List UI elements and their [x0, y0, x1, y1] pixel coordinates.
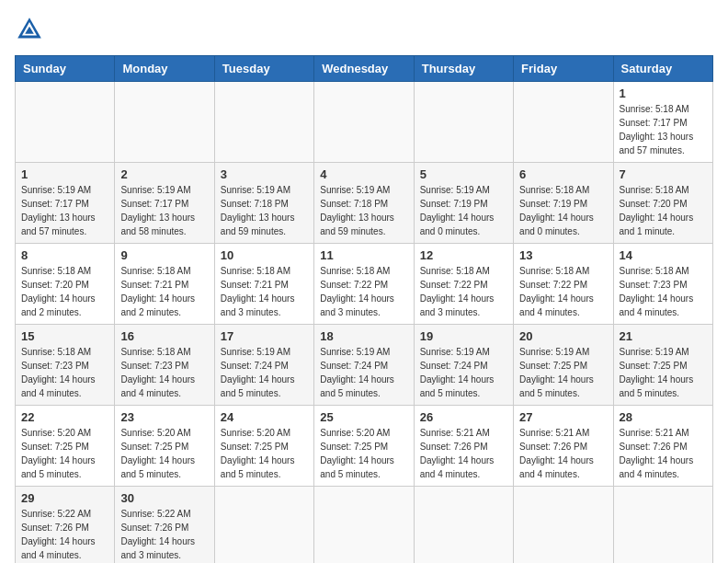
- day-info: Sunrise: 5:19 AM Sunset: 7:24 PM Dayligh…: [420, 345, 507, 400]
- calendar-week-row: 22Sunrise: 5:20 AM Sunset: 7:25 PM Dayli…: [16, 406, 713, 487]
- day-info: Sunrise: 5:21 AM Sunset: 7:26 PM Dayligh…: [420, 426, 507, 481]
- calendar-cell: [115, 82, 214, 163]
- day-info: Sunrise: 5:18 AM Sunset: 7:19 PM Dayligh…: [519, 183, 607, 238]
- calendar-cell: 1Sunrise: 5:19 AM Sunset: 7:17 PM Daylig…: [16, 163, 115, 244]
- calendar-cell: 14Sunrise: 5:18 AM Sunset: 7:23 PM Dayli…: [613, 244, 712, 325]
- calendar-week-row: 29Sunrise: 5:22 AM Sunset: 7:26 PM Dayli…: [16, 487, 713, 564]
- calendar-header-row: SundayMondayTuesdayWednesdayThursdayFrid…: [16, 56, 713, 82]
- calendar-cell: [514, 487, 613, 564]
- calendar-cell: 3Sunrise: 5:19 AM Sunset: 7:18 PM Daylig…: [214, 163, 313, 244]
- day-number: 1: [620, 86, 707, 100]
- day-info: Sunrise: 5:19 AM Sunset: 7:18 PM Dayligh…: [221, 183, 308, 238]
- day-info: Sunrise: 5:18 AM Sunset: 7:23 PM Dayligh…: [21, 345, 108, 400]
- calendar-cell: 29Sunrise: 5:22 AM Sunset: 7:26 PM Dayli…: [16, 487, 115, 564]
- day-number: 2: [120, 167, 208, 181]
- calendar-cell: [414, 487, 513, 564]
- calendar-cell: [214, 82, 313, 163]
- calendar-cell: 11Sunrise: 5:18 AM Sunset: 7:22 PM Dayli…: [314, 244, 414, 325]
- day-number: 18: [320, 329, 407, 343]
- day-info: Sunrise: 5:20 AM Sunset: 7:25 PM Dayligh…: [21, 426, 108, 481]
- day-info: Sunrise: 5:20 AM Sunset: 7:25 PM Dayligh…: [221, 426, 308, 481]
- calendar-cell: 26Sunrise: 5:21 AM Sunset: 7:26 PM Dayli…: [414, 406, 513, 487]
- day-of-week-header: Monday: [115, 56, 214, 82]
- day-number: 6: [519, 167, 607, 181]
- day-number: 28: [620, 410, 707, 424]
- calendar-week-row: 8Sunrise: 5:18 AM Sunset: 7:20 PM Daylig…: [16, 244, 713, 325]
- day-number: 24: [221, 410, 308, 424]
- day-info: Sunrise: 5:18 AM Sunset: 7:22 PM Dayligh…: [519, 264, 607, 319]
- calendar-cell: 12Sunrise: 5:18 AM Sunset: 7:22 PM Dayli…: [414, 244, 513, 325]
- logo-icon: [15, 15, 44, 44]
- day-info: Sunrise: 5:18 AM Sunset: 7:22 PM Dayligh…: [420, 264, 507, 319]
- day-number: 13: [519, 248, 607, 262]
- day-info: Sunrise: 5:21 AM Sunset: 7:26 PM Dayligh…: [519, 426, 607, 481]
- day-number: 1: [21, 167, 108, 181]
- day-info: Sunrise: 5:20 AM Sunset: 7:25 PM Dayligh…: [320, 426, 407, 481]
- day-info: Sunrise: 5:22 AM Sunset: 7:26 PM Dayligh…: [21, 507, 108, 562]
- day-number: 22: [21, 410, 108, 424]
- calendar-cell: 10Sunrise: 5:18 AM Sunset: 7:21 PM Dayli…: [214, 244, 313, 325]
- day-number: 17: [221, 329, 308, 343]
- day-number: 27: [519, 410, 607, 424]
- day-number: 25: [320, 410, 407, 424]
- day-number: 14: [620, 248, 707, 262]
- calendar-cell: 16Sunrise: 5:18 AM Sunset: 7:23 PM Dayli…: [115, 325, 214, 406]
- day-info: Sunrise: 5:21 AM Sunset: 7:26 PM Dayligh…: [620, 426, 707, 481]
- day-number: 16: [120, 329, 208, 343]
- calendar-cell: 4Sunrise: 5:19 AM Sunset: 7:18 PM Daylig…: [314, 163, 414, 244]
- calendar-cell: 8Sunrise: 5:18 AM Sunset: 7:20 PM Daylig…: [16, 244, 115, 325]
- calendar-cell: 25Sunrise: 5:20 AM Sunset: 7:25 PM Dayli…: [314, 406, 414, 487]
- calendar-week-row: 1Sunrise: 5:19 AM Sunset: 7:17 PM Daylig…: [16, 163, 713, 244]
- calendar-cell: [214, 487, 313, 564]
- day-number: 3: [221, 167, 308, 181]
- calendar-cell: 13Sunrise: 5:18 AM Sunset: 7:22 PM Dayli…: [514, 244, 613, 325]
- day-info: Sunrise: 5:19 AM Sunset: 7:17 PM Dayligh…: [120, 183, 208, 238]
- calendar-cell: 15Sunrise: 5:18 AM Sunset: 7:23 PM Dayli…: [16, 325, 115, 406]
- day-of-week-header: Friday: [514, 56, 613, 82]
- day-number: 20: [519, 329, 607, 343]
- day-number: 19: [420, 329, 507, 343]
- day-of-week-header: Sunday: [16, 56, 115, 82]
- day-info: Sunrise: 5:18 AM Sunset: 7:17 PM Dayligh…: [620, 102, 707, 157]
- day-number: 29: [21, 491, 108, 505]
- day-number: 21: [620, 329, 707, 343]
- day-of-week-header: Tuesday: [214, 56, 313, 82]
- day-info: Sunrise: 5:19 AM Sunset: 7:19 PM Dayligh…: [420, 183, 507, 238]
- day-info: Sunrise: 5:18 AM Sunset: 7:22 PM Dayligh…: [320, 264, 407, 319]
- calendar-cell: 2Sunrise: 5:19 AM Sunset: 7:17 PM Daylig…: [115, 163, 214, 244]
- calendar-week-row: 1Sunrise: 5:18 AM Sunset: 7:17 PM Daylig…: [16, 82, 713, 163]
- calendar-cell: 7Sunrise: 5:18 AM Sunset: 7:20 PM Daylig…: [613, 163, 712, 244]
- calendar-cell: 30Sunrise: 5:22 AM Sunset: 7:26 PM Dayli…: [115, 487, 214, 564]
- day-info: Sunrise: 5:19 AM Sunset: 7:24 PM Dayligh…: [221, 345, 308, 400]
- calendar-cell: 6Sunrise: 5:18 AM Sunset: 7:19 PM Daylig…: [514, 163, 613, 244]
- calendar-cell: 24Sunrise: 5:20 AM Sunset: 7:25 PM Dayli…: [214, 406, 313, 487]
- calendar-cell: 17Sunrise: 5:19 AM Sunset: 7:24 PM Dayli…: [214, 325, 313, 406]
- calendar-cell: 28Sunrise: 5:21 AM Sunset: 7:26 PM Dayli…: [613, 406, 712, 487]
- day-info: Sunrise: 5:19 AM Sunset: 7:25 PM Dayligh…: [620, 345, 707, 400]
- day-info: Sunrise: 5:18 AM Sunset: 7:20 PM Dayligh…: [620, 183, 707, 238]
- calendar-cell: 18Sunrise: 5:19 AM Sunset: 7:24 PM Dayli…: [314, 325, 414, 406]
- calendar-cell: 19Sunrise: 5:19 AM Sunset: 7:24 PM Dayli…: [414, 325, 513, 406]
- day-number: 8: [21, 248, 108, 262]
- day-number: 30: [120, 491, 208, 505]
- day-info: Sunrise: 5:22 AM Sunset: 7:26 PM Dayligh…: [120, 507, 208, 562]
- page-header: [15, 15, 713, 44]
- day-number: 10: [221, 248, 308, 262]
- day-info: Sunrise: 5:18 AM Sunset: 7:21 PM Dayligh…: [221, 264, 308, 319]
- calendar-cell: 27Sunrise: 5:21 AM Sunset: 7:26 PM Dayli…: [514, 406, 613, 487]
- day-of-week-header: Thursday: [414, 56, 513, 82]
- calendar-cell: [414, 82, 513, 163]
- calendar-table: SundayMondayTuesdayWednesdayThursdayFrid…: [15, 55, 713, 563]
- day-info: Sunrise: 5:18 AM Sunset: 7:23 PM Dayligh…: [120, 345, 208, 400]
- day-info: Sunrise: 5:18 AM Sunset: 7:23 PM Dayligh…: [620, 264, 707, 319]
- calendar-cell: 20Sunrise: 5:19 AM Sunset: 7:25 PM Dayli…: [514, 325, 613, 406]
- day-number: 7: [620, 167, 707, 181]
- day-number: 9: [120, 248, 208, 262]
- calendar-week-row: 15Sunrise: 5:18 AM Sunset: 7:23 PM Dayli…: [16, 325, 713, 406]
- day-info: Sunrise: 5:19 AM Sunset: 7:18 PM Dayligh…: [320, 183, 407, 238]
- day-info: Sunrise: 5:19 AM Sunset: 7:17 PM Dayligh…: [21, 183, 108, 238]
- calendar-cell: 9Sunrise: 5:18 AM Sunset: 7:21 PM Daylig…: [115, 244, 214, 325]
- day-number: 15: [21, 329, 108, 343]
- day-number: 5: [420, 167, 507, 181]
- calendar-cell: 1Sunrise: 5:18 AM Sunset: 7:17 PM Daylig…: [613, 82, 712, 163]
